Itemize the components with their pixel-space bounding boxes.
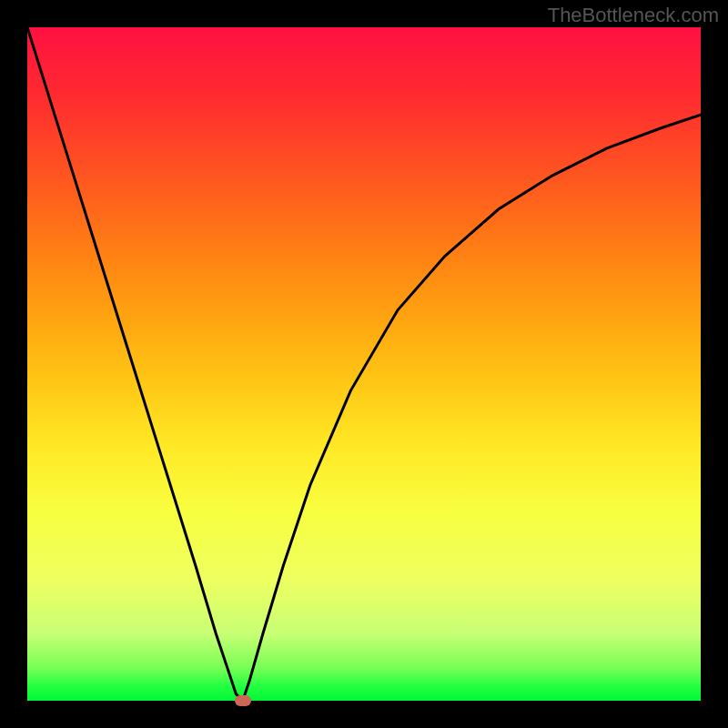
right-branch-curve <box>243 115 701 701</box>
curve-svg <box>27 27 701 701</box>
watermark-text: TheBottleneck.com <box>548 4 719 27</box>
plot-area <box>27 27 701 701</box>
left-branch-curve <box>27 27 243 701</box>
minimum-marker <box>235 695 251 706</box>
